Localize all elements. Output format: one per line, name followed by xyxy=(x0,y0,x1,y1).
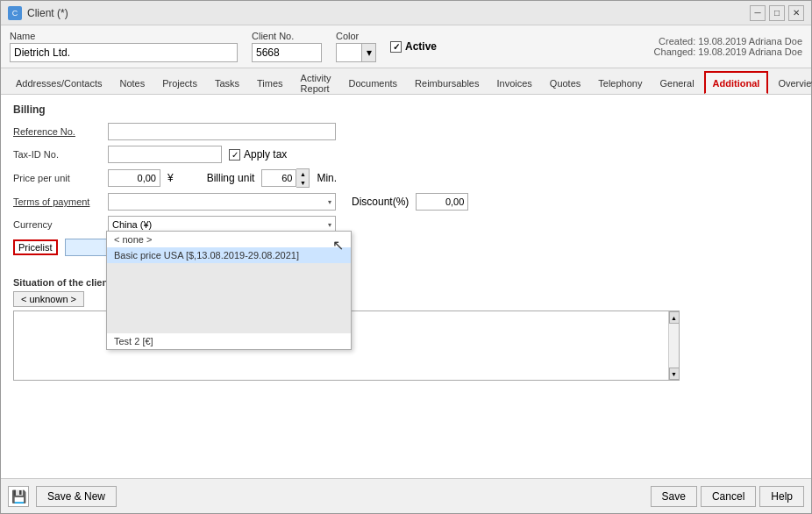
tab-telephony[interactable]: Telephony xyxy=(590,71,650,94)
name-field-group: Name xyxy=(10,31,238,62)
color-box[interactable] xyxy=(336,43,362,62)
header-section: Name Client No. Color ▾ ✓ Active Created… xyxy=(1,25,811,68)
name-label: Name xyxy=(10,31,238,41)
apply-tax-group: ✓ Apply tax xyxy=(229,148,287,161)
tab-quotes[interactable]: Quotes xyxy=(542,71,588,94)
apply-tax-label: Apply tax xyxy=(244,148,287,161)
tab-notes[interactable]: Notes xyxy=(111,71,153,94)
billing-unit-spinner: ▲ ▼ xyxy=(261,168,310,188)
active-label: Active xyxy=(405,40,437,53)
terms-select[interactable]: ▾ xyxy=(108,193,336,211)
tab-general[interactable]: General xyxy=(652,71,702,94)
cancel-button[interactable]: Cancel xyxy=(701,486,756,507)
currency-label: Currency xyxy=(13,219,101,230)
main-window: C Client (*) ─ □ ✕ Name Client No. Color… xyxy=(0,0,812,514)
meta-created: Created: 19.08.2019 Adriana Doe xyxy=(654,36,802,46)
dropdown-item-none[interactable]: < none > xyxy=(107,232,351,247)
footer-main-buttons: Save Cancel Help xyxy=(651,486,804,507)
save-icon-symbol: 💾 xyxy=(11,489,26,503)
reference-no-row: Reference No. xyxy=(13,123,799,140)
color-label: Color xyxy=(336,31,376,41)
tab-reimbursables[interactable]: Reimbursables xyxy=(407,71,487,94)
tab-projects[interactable]: Projects xyxy=(154,71,205,94)
discount-label: Discount(%) xyxy=(352,196,409,208)
price-per-unit-input[interactable] xyxy=(108,169,160,187)
title-bar-left: C Client (*) xyxy=(8,6,68,20)
tax-id-label: Tax-ID No. xyxy=(13,149,101,160)
dropdown-item-test2[interactable]: Test 2 [€] xyxy=(107,333,351,349)
pricelist-dropdown: < none > Basic price USA [$,13.08.2019-2… xyxy=(106,231,352,350)
scroll-up-btn[interactable]: ▲ xyxy=(669,311,680,324)
tab-activity[interactable]: Activity Report xyxy=(293,71,339,94)
spinner-up-btn[interactable]: ▲ xyxy=(296,169,309,178)
reference-no-label[interactable]: Reference No. xyxy=(13,126,101,137)
situation-scrollbar[interactable]: ▲ ▼ xyxy=(668,311,679,380)
minimize-button[interactable]: ─ xyxy=(750,5,766,21)
client-no-label: Client No. xyxy=(252,31,322,41)
price-unit-symbol: ¥ xyxy=(167,172,174,184)
currency-value: China (¥) xyxy=(112,219,152,230)
tax-id-row: Tax-ID No. ✓ Apply tax xyxy=(13,146,799,163)
active-checkbox-group: ✓ Active xyxy=(390,40,437,53)
help-button[interactable]: Help xyxy=(759,486,804,507)
unknown-button[interactable]: < unknown > xyxy=(13,291,84,307)
spinner-buttons: ▲ ▼ xyxy=(296,168,310,188)
title-bar: C Client (*) ─ □ ✕ xyxy=(1,1,811,25)
title-bar-controls: ─ □ ✕ xyxy=(750,5,804,21)
apply-tax-checkbox[interactable]: ✓ xyxy=(229,149,240,161)
name-input[interactable] xyxy=(10,43,238,62)
footer: 💾 Save & New Save Cancel Help xyxy=(1,478,811,513)
pricelist-label[interactable]: Pricelist xyxy=(13,239,58,255)
content-area: Billing Reference No. Tax-ID No. ✓ Apply… xyxy=(1,95,811,478)
color-input-group: ▾ xyxy=(336,43,376,62)
billing-unit-label: Billing unit xyxy=(207,172,255,184)
dropdown-spacer xyxy=(107,263,351,333)
quick-save-icon[interactable]: 💾 xyxy=(8,486,29,507)
tab-tasks[interactable]: Tasks xyxy=(207,71,247,94)
tab-additional[interactable]: Additional xyxy=(704,71,769,94)
client-no-field-group: Client No. xyxy=(252,31,322,62)
dropdown-item-basic-usa[interactable]: Basic price USA [$,13.08.2019-29.08.2021… xyxy=(107,247,351,263)
reference-no-input[interactable] xyxy=(108,123,336,140)
discount-input[interactable] xyxy=(416,193,468,211)
color-field-group: Color ▾ xyxy=(336,31,376,62)
active-checkbox[interactable]: ✓ xyxy=(390,41,402,53)
tab-overview[interactable]: Overview xyxy=(770,71,812,94)
tab-addresses[interactable]: Addresses/Contacts xyxy=(8,71,110,94)
meta-changed: Changed: 19.08.2019 Adriana Doe xyxy=(654,46,802,57)
tab-invoices[interactable]: Invoices xyxy=(488,71,539,94)
currency-dropdown-arrow: ▾ xyxy=(328,221,331,229)
billing-unit-input[interactable] xyxy=(261,169,296,187)
close-button[interactable]: ✕ xyxy=(788,5,804,21)
scroll-down-btn[interactable]: ▼ xyxy=(669,368,680,380)
tabs-bar: Addresses/Contacts Notes Projects Tasks … xyxy=(1,68,811,95)
client-no-input[interactable] xyxy=(252,43,322,62)
window-title: Client (*) xyxy=(27,7,68,19)
spinner-down-btn[interactable]: ▼ xyxy=(296,178,309,187)
billing-section-title: Billing xyxy=(13,104,799,116)
price-per-unit-row: Price per unit ¥ Billing unit ▲ ▼ Min. xyxy=(13,168,799,188)
terms-dropdown-arrow: ▾ xyxy=(328,198,331,206)
save-button[interactable]: Save xyxy=(651,486,697,507)
maximize-button[interactable]: □ xyxy=(769,5,785,21)
tab-documents[interactable]: Documents xyxy=(340,71,405,94)
terms-label[interactable]: Terms of payment xyxy=(13,196,101,207)
tab-times[interactable]: Times xyxy=(249,71,291,94)
app-icon: C xyxy=(8,6,22,20)
meta-info: Created: 19.08.2019 Adriana Doe Changed:… xyxy=(654,36,802,57)
billing-unit-suffix: Min. xyxy=(317,172,337,184)
tax-id-input[interactable] xyxy=(108,146,222,163)
terms-row: Terms of payment ▾ Discount(%) xyxy=(13,193,799,211)
save-new-button[interactable]: Save & New xyxy=(36,486,117,507)
color-dropdown-btn[interactable]: ▾ xyxy=(362,43,376,62)
price-per-unit-label: Price per unit xyxy=(13,173,101,183)
